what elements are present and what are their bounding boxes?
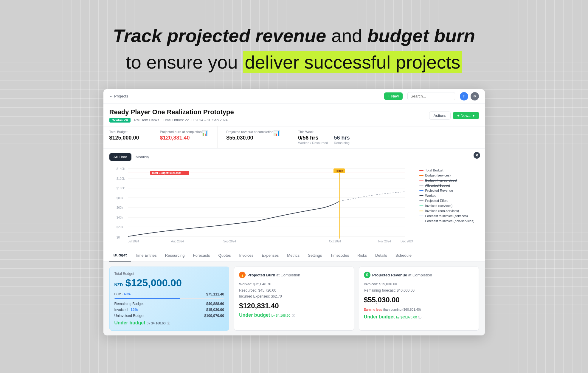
under-budget-label: Under budget — [114, 320, 145, 325]
burn-progress-bar — [114, 298, 224, 299]
tab-risks[interactable]: Risks — [353, 249, 371, 261]
tab-budget[interactable]: Budget — [109, 249, 131, 261]
budget-amount: $125,000.00 — [125, 277, 182, 288]
chart-legend: Total Budget Budget (services) Budget (n… — [419, 165, 479, 244]
projected-revenue-total: $55,030.00 — [364, 296, 474, 304]
tab-settings[interactable]: Settings — [304, 249, 326, 261]
project-header: Ready Player One Realization Prototype O… — [103, 103, 485, 126]
hero-section: Track projected revenue and budget burn … — [18, 12, 570, 89]
projected-burn-detail: Worked: $75,048.70 Resourced: $45,720.00… — [239, 281, 349, 299]
top-nav: ← Projects + New T ⚙ — [103, 89, 485, 103]
legend-forecast-services-label: Forecast to invoice (services) — [425, 214, 468, 218]
this-week-remaining-label: Remaining — [334, 141, 350, 145]
breadcrumb-text: ← Projects — [109, 94, 128, 98]
avatar[interactable]: T — [460, 92, 468, 100]
this-week-label: This Week — [298, 130, 350, 134]
invoiced-pct: 12% — [131, 308, 138, 312]
this-week-worked: 0/56 hrs — [298, 135, 328, 141]
legend-worked-label: Worked — [425, 194, 437, 197]
svg-text:$60k: $60k — [117, 206, 123, 209]
stat-projected-burn-label: Projected burn at completion 📊 — [160, 130, 208, 134]
legend-forecast-non-services: Forecast to invoice (non-services) — [419, 219, 479, 223]
breadcrumb[interactable]: ← Projects — [109, 94, 128, 98]
projected-burn-title: Projected Burn at Completion — [247, 273, 300, 277]
search-input[interactable] — [407, 92, 455, 100]
tab-quotes[interactable]: Quotes — [214, 249, 235, 261]
svg-text:$120k: $120k — [117, 177, 125, 180]
tab-metrics[interactable]: Metrics — [283, 249, 304, 261]
chart-svg-wrapper: $140k $120k $100k $80k $60k $40k $20k $0 — [109, 165, 415, 244]
page-wrapper: Track projected revenue and budget burn … — [0, 0, 588, 347]
legend-invoiced-non-services-label: Invoiced (non-services) — [425, 209, 459, 213]
invoiced-row: Invoiced · 12% $15,030.00 — [114, 308, 224, 312]
projected-burn-card: 🔥 Projected Burn at Completion Worked: $… — [234, 267, 354, 331]
project-meta-row: Ready Player One Realization Prototype O… — [109, 108, 479, 123]
budget-section: Total Budget NZD $125,000.00 Burn · 60% … — [103, 262, 485, 335]
stat-total-budget-value: $125,000.00 — [109, 135, 142, 141]
chart-close-button[interactable]: ✕ — [474, 152, 480, 159]
tab-timecodes[interactable]: Timecodes — [326, 249, 353, 261]
legend-allocated-budget: Allocated Budget — [419, 184, 479, 187]
tab-time-entries[interactable]: Time Entries — [131, 249, 161, 261]
svg-text:Today: Today — [335, 169, 343, 172]
project-tag[interactable]: Oculus VR — [109, 118, 131, 123]
burn-icon: 🔥 — [239, 272, 246, 278]
projected-revenue-detail: Invoiced: $15,030.00 Remaining forecast:… — [364, 281, 474, 293]
svg-text:$100k: $100k — [117, 187, 125, 190]
burn-progress-fill — [114, 298, 180, 299]
worked-line: Worked: $75,048.70 — [239, 281, 349, 287]
stat-projected-revenue-value: $55,030.00 — [226, 135, 280, 141]
legend-invoiced-non-services: Invoiced (non-services) — [419, 209, 479, 213]
projected-burn-header: 🔥 Projected Burn at Completion — [239, 272, 349, 278]
tab-invoices[interactable]: Invoices — [235, 249, 258, 261]
nav-plus-icon: + — [388, 94, 390, 98]
tab-details[interactable]: Details — [371, 249, 391, 261]
uninvoiced-value: $109,970.00 — [204, 314, 224, 318]
stat-projected-revenue: Projected revenue at completion 📊 $55,03… — [226, 126, 289, 148]
legend-invoiced-services: Invoiced (services) — [419, 204, 479, 208]
invoiced-revenue-line: Invoiced: $15,030.00 — [364, 281, 474, 287]
this-week-worked-label: Worked / Resourced — [298, 141, 328, 145]
revenue-under-budget-row: Under budget by $69,970.00 ⓘ — [364, 314, 474, 320]
tab-forecasts[interactable]: Forecasts — [189, 249, 214, 261]
legend-projected-effort: Projected Effort — [419, 199, 479, 202]
legend-projected-revenue-label: Projected Revenue — [425, 189, 453, 192]
legend-projected-revenue: Projected Revenue — [419, 189, 479, 192]
hero-highlight: deliver successful projects — [243, 51, 462, 73]
actions-button[interactable]: Actions — [429, 112, 451, 120]
tab-expenses[interactable]: Expenses — [257, 249, 283, 261]
hero-italic2: budget burn — [367, 25, 475, 46]
projected-revenue-header: $ Projected Revenue at Completion — [364, 272, 474, 278]
nav-new-label: New — [391, 94, 399, 98]
legend-budget-services-label: Budget (services) — [425, 174, 451, 177]
project-new-label: + New... — [457, 113, 471, 118]
svg-text:Jul 2024: Jul 2024 — [128, 240, 139, 243]
legend-budget-non-services-label: Budget (non-services) — [425, 179, 457, 182]
svg-text:$80k: $80k — [117, 196, 123, 200]
tab-schedule[interactable]: Schedule — [391, 249, 416, 261]
invoiced-value: $15,030.00 — [206, 308, 224, 312]
tab-all-time[interactable]: All Time — [109, 153, 131, 161]
project-new-button[interactable]: + New... ▾ — [453, 112, 479, 119]
under-budget-value: by $4,168.60 — [147, 321, 166, 325]
burn-row: Burn · 60% $75,111.40 — [114, 292, 224, 296]
burn-value: $75,111.40 — [206, 292, 224, 296]
tab-monthly[interactable]: Monthly — [131, 153, 153, 161]
project-meta: Oculus VR PM: Tom Hanks Time Entries: 22… — [109, 118, 234, 123]
chevron-down-icon: ▾ — [473, 113, 475, 118]
hero-line2: to ensure you deliver successful project… — [18, 50, 570, 75]
remaining-label: Remaining Budget — [114, 302, 144, 306]
hero-plain1: and — [331, 25, 367, 46]
svg-text:$40k: $40k — [117, 216, 123, 219]
expenses-line: Incurred Expenses: $62.70 — [239, 293, 349, 299]
settings-icon[interactable]: ⚙ — [471, 92, 479, 100]
burn-under-budget-label: Under budget — [239, 312, 270, 318]
remaining-value: $49,888.60 — [206, 302, 224, 306]
project-actions: Actions + New... ▾ — [429, 112, 479, 120]
tab-resourcing[interactable]: Resourcing — [161, 249, 189, 261]
stat-projected-burn-value: $120,831.40 — [160, 135, 208, 141]
nav-new-button[interactable]: + New — [384, 92, 403, 100]
nav-icons: T ⚙ — [460, 92, 479, 100]
legend-total-budget: Total Budget — [419, 168, 479, 172]
earning-less-detail: than burning ($60,801.40) — [383, 308, 421, 311]
